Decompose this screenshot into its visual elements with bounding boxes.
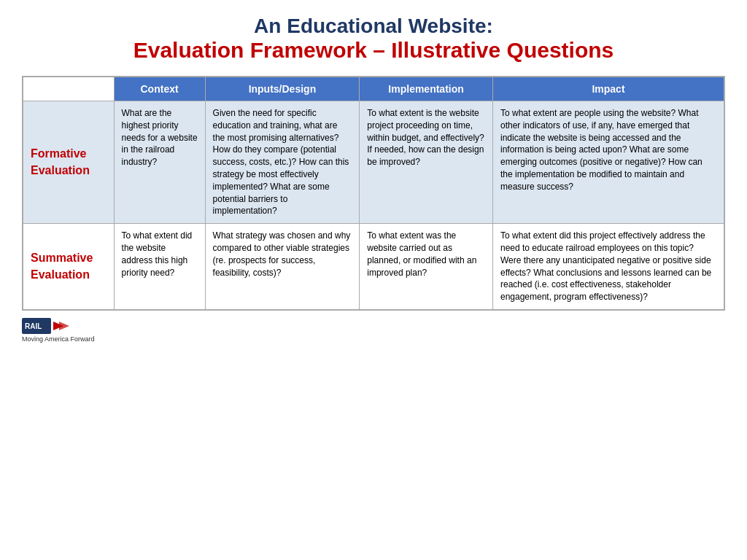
title-line2: Evaluation Framework – Illustrative Ques… [133, 38, 614, 63]
footer-logo: RAIL [22, 318, 74, 334]
logo-icon: RAIL [22, 318, 74, 334]
summative-implementation: To what extent was the website carried o… [360, 224, 493, 310]
title-section: An Educational Website: Evaluation Frame… [133, 15, 614, 63]
svg-text:RAIL: RAIL [25, 322, 42, 330]
table-header-row: Context Inputs/Design Implementation Imp… [23, 77, 724, 101]
formative-impact: To what extent are people using the webs… [492, 101, 724, 224]
formative-inputs-design: Given the need for specific education an… [205, 101, 360, 224]
col-header-impact: Impact [492, 77, 724, 101]
summative-label: SummativeEvaluation [23, 224, 114, 310]
evaluation-table: Context Inputs/Design Implementation Imp… [22, 76, 725, 311]
table-wrapper: Context Inputs/Design Implementation Imp… [22, 76, 725, 311]
formative-context: What are the highest priority needs for … [114, 101, 205, 224]
footer: RAIL Moving America Forward [22, 318, 95, 343]
col-header-context: Context [114, 77, 205, 101]
footer-tagline: Moving America Forward [22, 335, 95, 343]
svg-marker-3 [59, 322, 69, 330]
table-row-summative: SummativeEvaluation To what extent did t… [23, 224, 724, 310]
summative-context: To what extent did the website address t… [114, 224, 205, 310]
table-row-formative: FormativeEvaluation What are the highest… [23, 101, 724, 224]
formative-label: FormativeEvaluation [23, 101, 114, 224]
title-line1: An Educational Website: [133, 15, 614, 38]
arrow-logo-svg [53, 318, 74, 334]
summative-inputs-design: What strategy was chosen and why compare… [205, 224, 360, 310]
col-header-empty [23, 77, 114, 101]
summative-impact: To what extent did this project effectiv… [492, 224, 724, 310]
rail-logo-svg: RAIL [22, 318, 51, 334]
col-header-inputs-design: Inputs/Design [205, 77, 360, 101]
formative-implementation: To what extent is the website project pr… [360, 101, 493, 224]
col-header-implementation: Implementation [360, 77, 493, 101]
